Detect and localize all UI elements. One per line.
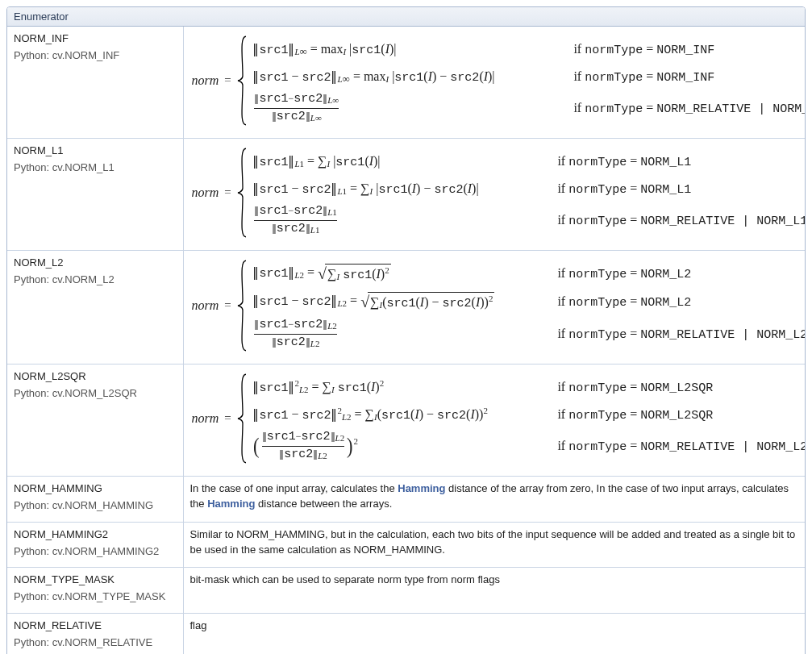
case-lhs: ( ‖src1−src2‖L2‖src2‖L2 ) 2	[252, 431, 543, 461]
math-formula: norm = ‖src1‖2L2 = ∑I src1(I)2if normTyp…	[190, 369, 799, 468]
fraction: ‖src1−src2‖L2‖src2‖L2	[262, 431, 344, 461]
enum-desc-cell: norm = ‖src1‖L2 = √∑I src1(I)2 if normTy…	[183, 251, 805, 364]
enum-name: NORM_HAMMING	[14, 481, 177, 497]
enum-name-cell: NORM_L2 Python: cv.NORM_L2	[7, 251, 183, 364]
case-rhs: if normType = NORM_L1	[557, 179, 691, 199]
enum-python-name: Python: cv.NORM_HAMMING2	[14, 544, 177, 560]
norm-label: norm	[192, 296, 219, 315]
enum-name: NORM_TYPE_MASK	[14, 573, 177, 588]
enum-python-name: Python: cv.NORM_INF	[14, 48, 177, 64]
case-rhs: if normType = NORM_RELATIVE | NORM_INF	[573, 98, 806, 119]
table-row: NORM_RELATIVE Python: cv.NORM_RELATIVE f…	[7, 614, 805, 654]
case-lhs: ‖src1 − src2‖L∞ = maxI |src1(I) − src2(I…	[252, 67, 559, 87]
case-rhs: if normType = NORM_L2SQR	[557, 377, 713, 398]
case-rhs: if normType = NORM_INF	[573, 40, 714, 60]
enum-python-name: Python: cv.NORM_L1	[14, 160, 177, 176]
cases: ‖src1‖L1 = ∑I |src1(I)|if normType = NOR…	[252, 147, 806, 239]
norm-label: norm	[192, 409, 219, 427]
enum-name: NORM_RELATIVE	[14, 619, 177, 634]
enum-python-name: Python: cv.NORM_L2	[14, 273, 177, 288]
brace-icon	[236, 147, 248, 239]
table-row: NORM_HAMMING Python: cv.NORM_HAMMING In …	[7, 477, 805, 523]
enum-name: NORM_L1	[14, 144, 177, 159]
brace-icon	[236, 259, 248, 352]
case-lhs: ‖src1−src2‖L∞‖src2‖L∞	[252, 93, 559, 123]
fraction: ‖src1−src2‖L2‖src2‖L2	[254, 319, 336, 349]
desc-text: In the case of one input array, calculat…	[190, 482, 398, 494]
math-formula: norm = ‖src1‖L∞ = maxI |src1(I)|if normT…	[190, 31, 799, 130]
table-row: NORM_L2SQR Python: cv.NORM_L2SQR norm = …	[7, 364, 805, 477]
enum-python-name: Python: cv.NORM_TYPE_MASK	[14, 589, 177, 605]
case-lhs: ‖src1 − src2‖2L2 = ∑I(src1(I) − src2(I))…	[252, 405, 543, 425]
case-rhs: if normType = NORM_L1	[557, 152, 691, 172]
enumerator-table: NORM_INF Python: cv.NORM_INF norm = ‖src…	[7, 27, 805, 654]
enum-name-cell: NORM_HAMMING Python: cv.NORM_HAMMING	[7, 477, 183, 523]
case-lhs: ‖src1−src2‖L1‖src2‖L1	[252, 205, 543, 235]
enum-name: NORM_HAMMING2	[14, 527, 177, 543]
desc-text: distance between the arrays.	[255, 498, 392, 510]
enum-name-cell: NORM_L1 Python: cv.NORM_L1	[7, 139, 183, 251]
sqrt: √∑I(src1(I) − src2(I))2	[360, 290, 494, 314]
enum-desc-cell: bit-mask which can be used to separate n…	[183, 568, 805, 614]
enum-desc-cell: Similar to NORM_HAMMING, but in the calc…	[183, 522, 805, 568]
enum-desc-cell: norm = ‖src1‖2L2 = ∑I src1(I)2if normTyp…	[183, 364, 805, 477]
hamming-link[interactable]: Hamming	[398, 482, 445, 494]
enum-name: NORM_L2	[14, 256, 177, 271]
cases: ‖src1‖L2 = √∑I src1(I)2 if normType = NO…	[252, 259, 806, 352]
enum-name-cell: NORM_TYPE_MASK Python: cv.NORM_TYPE_MASK	[7, 568, 183, 614]
case-lhs: ‖src1‖L2 = √∑I src1(I)2	[252, 262, 543, 285]
case-rhs: if normType = NORM_RELATIVE | NORM_L2	[557, 324, 806, 344]
enum-name-cell: NORM_INF Python: cv.NORM_INF	[7, 27, 183, 139]
enumerator-panel: Enumerator NORM_INF Python: cv.NORM_INF …	[6, 6, 806, 654]
case-rhs: if normType = NORM_L2	[557, 292, 691, 312]
case-rhs: if normType = NORM_INF	[573, 67, 714, 87]
enum-desc-cell: In the case of one input array, calculat…	[183, 477, 805, 523]
enum-python-name: Python: cv.NORM_L2SQR	[14, 386, 177, 402]
math-formula: norm = ‖src1‖L1 = ∑I |src1(I)|if normTyp…	[190, 144, 799, 242]
enum-name-cell: NORM_L2SQR Python: cv.NORM_L2SQR	[7, 364, 183, 477]
cases: ‖src1‖L∞ = maxI |src1(I)|if normType = N…	[252, 35, 806, 127]
enum-desc-cell: norm = ‖src1‖L1 = ∑I |src1(I)|if normTyp…	[183, 139, 805, 251]
enum-name-cell: NORM_RELATIVE Python: cv.NORM_RELATIVE	[7, 614, 183, 654]
brace-icon	[236, 373, 248, 464]
panel-header: Enumerator	[7, 7, 805, 27]
table-row: NORM_INF Python: cv.NORM_INF norm = ‖src…	[7, 27, 805, 139]
case-lhs: ‖src1 − src2‖L2 = √∑I(src1(I) − src2(I))…	[252, 290, 543, 314]
enum-python-name: Python: cv.NORM_RELATIVE	[14, 635, 177, 651]
case-lhs: ‖src1‖2L2 = ∑I src1(I)2	[252, 377, 543, 398]
norm-label: norm	[192, 183, 219, 202]
enum-name-cell: NORM_HAMMING2 Python: cv.NORM_HAMMING2	[7, 522, 183, 568]
table-row: NORM_L1 Python: cv.NORM_L1 norm = ‖src1‖…	[7, 139, 805, 251]
hamming-link[interactable]: Hamming	[207, 498, 255, 510]
math-formula: norm = ‖src1‖L2 = √∑I src1(I)2 if normTy…	[190, 256, 799, 356]
case-rhs: if normType = NORM_L2SQR	[557, 405, 713, 425]
enum-desc-cell: norm = ‖src1‖L∞ = maxI |src1(I)|if normT…	[183, 27, 805, 139]
case-rhs: if normType = NORM_RELATIVE | NORM_L2SQR	[557, 436, 806, 456]
case-rhs: if normType = NORM_RELATIVE | NORM_L1	[557, 210, 806, 231]
fraction: ‖src1−src2‖L∞‖src2‖L∞	[254, 93, 339, 123]
case-lhs: ‖src1‖L∞ = maxI |src1(I)|	[252, 40, 559, 60]
case-lhs: ‖src1 − src2‖L1 = ∑I |src1(I) − src2(I)|	[252, 179, 543, 199]
cases: ‖src1‖2L2 = ∑I src1(I)2if normType = NOR…	[252, 373, 806, 464]
sqrt: √∑I src1(I)2	[318, 262, 391, 285]
equals-sign: =	[223, 72, 231, 90]
table-row: NORM_HAMMING2 Python: cv.NORM_HAMMING2 S…	[7, 522, 805, 568]
case-lhs: ‖src1−src2‖L2‖src2‖L2	[252, 319, 543, 349]
parenthesis-group: ( ‖src1−src2‖L2‖src2‖L2 )	[252, 431, 353, 461]
enum-desc-cell: flag	[183, 614, 805, 654]
table-row: NORM_L2 Python: cv.NORM_L2 norm = ‖src1‖…	[7, 251, 805, 364]
brace-icon	[236, 35, 248, 127]
fraction: ‖src1−src2‖L1‖src2‖L1	[254, 205, 336, 235]
case-rhs: if normType = NORM_L2	[557, 264, 691, 284]
enum-name: NORM_INF	[14, 31, 177, 47]
enum-python-name: Python: cv.NORM_HAMMING	[14, 498, 177, 514]
enum-name: NORM_L2SQR	[14, 369, 177, 385]
case-lhs: ‖src1‖L1 = ∑I |src1(I)|	[252, 152, 543, 172]
table-row: NORM_TYPE_MASK Python: cv.NORM_TYPE_MASK…	[7, 568, 805, 614]
norm-label: norm	[192, 71, 219, 90]
